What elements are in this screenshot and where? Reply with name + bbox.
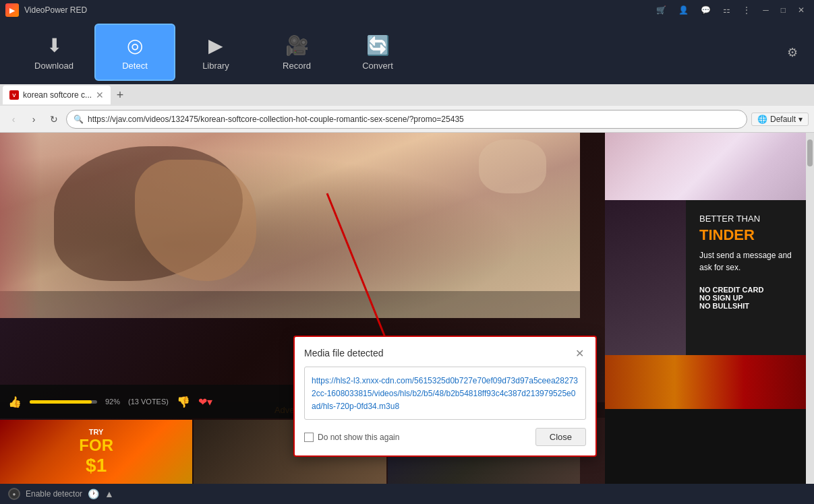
convert-icon: 🔄 — [366, 34, 390, 57]
expand-icon[interactable]: ▲ — [105, 489, 114, 499]
toolbar-item-convert[interactable]: 🔄 Convert — [337, 24, 418, 81]
tinder-better: BETTER THAN — [699, 214, 801, 224]
toolbar-item-download[interactable]: ⬇ Download — [13, 24, 94, 81]
url-text: https://vjav.com/videos/132475/korean-so… — [88, 115, 740, 124]
modal-footer: Do not show this again Close — [304, 428, 586, 446]
chevron-down-icon: ▾ — [798, 115, 803, 124]
heart-button[interactable]: ❤▾ — [198, 396, 212, 408]
enable-detector-label[interactable]: Enable detector — [26, 489, 82, 499]
video-area: TRY FOR $1 BANG Advertisement — [0, 133, 605, 484]
default-label: Default — [770, 115, 796, 124]
modal-header: Media file detected ✕ — [304, 346, 586, 360]
close-button[interactable]: ✕ — [794, 4, 809, 16]
close-modal-button[interactable]: Close — [535, 428, 586, 446]
vote-percent: 92% — [105, 398, 120, 406]
cart-icon[interactable]: 🛒 — [652, 4, 670, 16]
modal-url-link[interactable]: https://hls2-l3.xnxx-cdn.com/5615325d0b7… — [312, 376, 578, 411]
tinder-no-bs: NO BULLSHIT — [699, 302, 801, 310]
tinder-title: TINDER — [699, 226, 801, 244]
scrollbar-vertical[interactable] — [806, 133, 814, 484]
search-icon: 🔍 — [74, 115, 84, 124]
title-bar: ▶ VideoPower RED 🛒 👤 💬 ⚏ ⋮ ─ □ ✕ — [0, 0, 814, 20]
detect-icon: ◎ — [127, 34, 143, 57]
tab-bar: V korean softcore c... ✕ + — [0, 84, 814, 106]
like-button[interactable]: 👍 — [8, 396, 22, 408]
side-ad-text: BETTER THAN TINDER Just send a message a… — [686, 200, 814, 355]
tab-close-button[interactable]: ✕ — [96, 90, 104, 100]
chat-icon[interactable]: 💬 — [697, 4, 715, 16]
title-bar-right: 🛒 👤 💬 ⚏ ⋮ ─ □ ✕ — [652, 4, 809, 16]
grid-icon[interactable]: ⚏ — [719, 4, 734, 16]
vote-bar — [30, 400, 97, 404]
modal-close-button[interactable]: ✕ — [573, 346, 586, 360]
record-icon: 🎥 — [285, 34, 309, 57]
checkbox-label: Do not show this again — [318, 433, 399, 442]
library-icon: ▶ — [208, 34, 223, 57]
scrollbar-thumb[interactable] — [807, 139, 813, 166]
maximize-button[interactable]: □ — [777, 4, 790, 16]
back-button[interactable]: ‹ — [5, 111, 22, 127]
globe-icon: 🌐 — [757, 115, 767, 124]
forward-button[interactable]: › — [26, 111, 42, 127]
toolbar-item-library[interactable]: ▶ Library — [175, 24, 256, 81]
dislike-button[interactable]: 👎 — [177, 396, 190, 408]
more-icon[interactable]: ⋮ — [738, 4, 755, 16]
detect-label: Detect — [122, 61, 148, 71]
toolbar: ⬇ Download ◎ Detect ▶ Library 🎥 Record 🔄… — [0, 20, 814, 84]
thumb-1[interactable]: TRY FOR $1 — [0, 420, 192, 484]
default-button[interactable]: 🌐 Default ▾ — [751, 113, 809, 126]
app-title: VideoPower RED — [24, 5, 87, 15]
vote-fill — [30, 400, 92, 404]
modal-dialog: Media file detected ✕ https://hls2-l3.xn… — [293, 336, 597, 457]
toolbar-action-1[interactable]: ⚙ — [784, 42, 801, 63]
tinder-sub: Just send a message and ask for sex. — [699, 249, 801, 274]
tab-favicon: V — [9, 90, 19, 100]
right-sidebar: BETTER THAN TINDER Just send a message a… — [605, 133, 814, 484]
title-bar-left: ▶ VideoPower RED — [5, 3, 87, 17]
checkbox-row: Do not show this again — [304, 433, 399, 442]
download-icon: ⬇ — [47, 34, 62, 57]
convert-label: Convert — [362, 61, 393, 71]
side-ad-bottom: BETTER THAN TINDER Just send a message a… — [605, 200, 814, 355]
new-tab-button[interactable]: + — [112, 87, 128, 103]
browser-tab[interactable]: V korean softcore c... ✕ — [3, 86, 111, 104]
record-label: Record — [283, 61, 311, 71]
url-bar[interactable]: 🔍 https://vjav.com/videos/132475/korean-… — [66, 110, 747, 129]
modal-url-box: https://hls2-l3.xnxx-cdn.com/5615325d0b7… — [304, 367, 586, 420]
toolbar-item-detect[interactable]: ◎ Detect — [94, 24, 175, 81]
tinder-no-signup: NO SIGN UP — [699, 294, 801, 302]
vote-count: (13 VOTES) — [128, 398, 169, 406]
clock-icon[interactable]: 🕐 — [88, 489, 99, 499]
download-label: Download — [34, 61, 74, 71]
modal-title: Media file detected — [304, 348, 384, 358]
toolbar-item-record[interactable]: 🎥 Record — [256, 24, 337, 81]
side-ad-top — [605, 133, 814, 200]
main-content: TRY FOR $1 BANG Advertisement — [0, 133, 814, 484]
user-icon[interactable]: 👤 — [674, 4, 693, 16]
bottom-bar: ● Enable detector 🕐 ▲ — [0, 484, 814, 504]
tab-label: korean softcore c... — [23, 90, 92, 100]
library-label: Library — [202, 61, 229, 71]
app-logo: ▶ — [5, 3, 19, 17]
refresh-button[interactable]: ↻ — [46, 111, 62, 127]
tinder-no-cc: NO CREDIT CARD — [699, 286, 801, 294]
do-not-show-checkbox[interactable] — [304, 433, 314, 442]
browser-bar: ‹ › ↻ 🔍 https://vjav.com/videos/132475/k… — [0, 106, 814, 133]
detector-circle[interactable]: ● — [8, 488, 20, 500]
toolbar-actions: ⚙ — [784, 42, 801, 63]
minimize-button[interactable]: ─ — [759, 4, 773, 16]
